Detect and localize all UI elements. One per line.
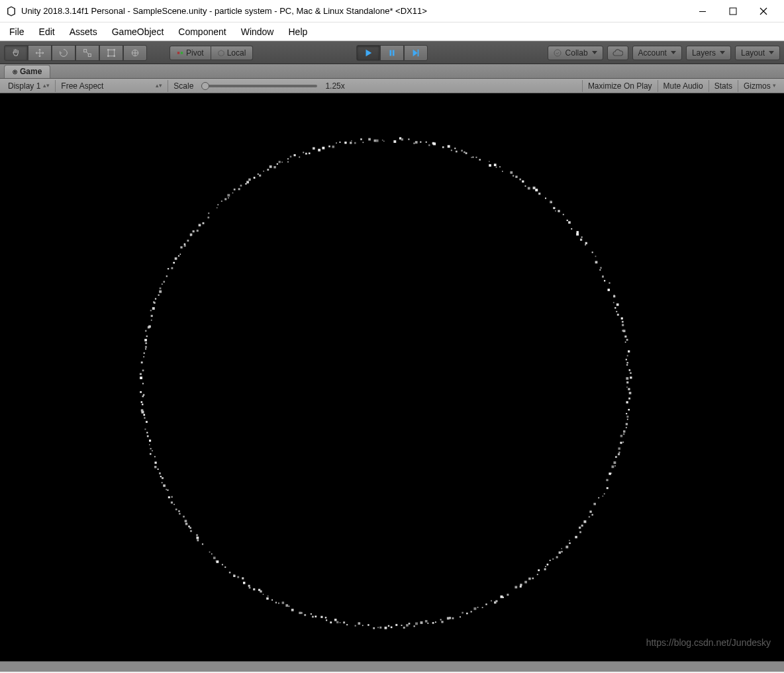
svg-rect-4 <box>108 50 114 56</box>
chevron-down-icon: ▾ <box>773 83 776 89</box>
menu-edit[interactable]: Edit <box>32 24 62 40</box>
hand-tool[interactable] <box>4 45 28 61</box>
updown-icon: ▴▾ <box>43 83 50 89</box>
chevron-down-icon <box>769 51 774 54</box>
svg-point-6 <box>113 49 115 51</box>
menu-file[interactable]: File <box>3 24 31 40</box>
menu-window[interactable]: Window <box>234 24 281 40</box>
svg-rect-3 <box>88 54 91 56</box>
menu-component[interactable]: Component <box>172 24 232 40</box>
svg-rect-13 <box>393 50 395 56</box>
close-button[interactable] <box>748 1 779 22</box>
scale-control: Scale 1.25x <box>168 80 350 92</box>
game-tab-icon: ⍟ <box>13 67 17 76</box>
check-icon <box>554 49 562 57</box>
svg-rect-0 <box>699 11 706 12</box>
svg-rect-10 <box>177 52 179 54</box>
stats-toggle[interactable]: Stats <box>709 80 738 92</box>
cube-icon <box>218 50 224 56</box>
layers-dropdown[interactable]: Layers <box>686 46 731 60</box>
svg-rect-1 <box>730 8 736 15</box>
scale-tool[interactable] <box>75 45 99 61</box>
play-controls <box>356 45 428 61</box>
local-toggle[interactable]: Local <box>211 46 254 60</box>
svg-rect-11 <box>181 52 183 54</box>
slider-thumb[interactable] <box>201 82 209 90</box>
status-bar <box>0 661 784 672</box>
play-button[interactable] <box>356 45 380 61</box>
local-label: Local <box>227 48 246 58</box>
layout-dropdown[interactable]: Layout <box>735 46 780 60</box>
layout-label: Layout <box>741 48 765 58</box>
display-label: Display 1 <box>8 81 40 91</box>
pivot-icon <box>177 50 183 56</box>
maximize-button[interactable] <box>718 1 748 22</box>
svg-point-5 <box>107 49 109 51</box>
gizmos-toggle[interactable]: Gizmos ▾ <box>738 80 781 92</box>
pivot-toggle[interactable]: Pivot <box>170 46 211 60</box>
display-selector[interactable]: Display 1 ▴▾ <box>3 80 56 92</box>
move-tool[interactable] <box>28 45 52 61</box>
mute-audio-toggle[interactable]: Mute Audio <box>658 80 709 92</box>
collab-label: Collab <box>565 48 588 58</box>
aspect-selector[interactable]: Free Aspect ▴▾ <box>56 80 168 92</box>
pivot-local-group: Pivot Local <box>170 46 253 60</box>
particle-render <box>0 93 784 661</box>
menu-assets[interactable]: Assets <box>63 24 104 40</box>
game-view[interactable]: https://blog.csdn.net/Jundesky <box>0 93 784 661</box>
game-tab-label: Game <box>20 67 42 76</box>
rotate-tool[interactable] <box>52 45 75 61</box>
cloud-icon <box>612 49 623 57</box>
menu-help[interactable]: Help <box>281 24 314 40</box>
window-title: Unity 2018.3.14f1 Personal - SampleScene… <box>21 6 687 16</box>
game-view-toolbar: Display 1 ▴▾ Free Aspect ▴▾ Scale 1.25x … <box>0 79 784 93</box>
maximize-on-play-toggle[interactable]: Maximize On Play <box>582 80 658 92</box>
chevron-down-icon <box>671 51 676 54</box>
svg-point-8 <box>113 55 115 57</box>
svg-rect-12 <box>390 50 392 56</box>
minimize-button[interactable] <box>687 1 718 22</box>
transform-tools <box>4 45 147 61</box>
step-button[interactable] <box>404 45 428 61</box>
updown-icon: ▴▾ <box>156 83 162 89</box>
svg-rect-2 <box>84 49 87 52</box>
transform-tool[interactable] <box>123 45 147 61</box>
aspect-label: Free Aspect <box>61 81 103 91</box>
account-dropdown[interactable]: Account <box>632 46 682 60</box>
scale-slider[interactable] <box>201 85 317 87</box>
svg-point-7 <box>107 55 109 57</box>
svg-rect-14 <box>418 49 419 56</box>
scale-value: 1.25x <box>325 81 344 91</box>
main-toolbar: Pivot Local Collab Account Layers Layou <box>0 41 784 64</box>
pivot-label: Pivot <box>186 48 204 58</box>
pause-button[interactable] <box>380 45 404 61</box>
scale-label: Scale <box>173 81 193 91</box>
cloud-button[interactable] <box>607 46 628 60</box>
chevron-down-icon <box>720 51 725 54</box>
unity-logo-icon <box>5 5 17 17</box>
collab-dropdown[interactable]: Collab <box>548 46 603 60</box>
menu-gameobject[interactable]: GameObject <box>105 24 171 40</box>
window-titlebar: Unity 2018.3.14f1 Personal - SampleScene… <box>0 0 784 22</box>
tab-bar: ⍟ Game <box>0 64 784 79</box>
svg-point-15 <box>554 50 561 56</box>
chevron-down-icon <box>592 51 597 54</box>
account-label: Account <box>638 48 667 58</box>
tab-game[interactable]: ⍟ Game <box>4 65 50 78</box>
layers-label: Layers <box>692 48 716 58</box>
menu-bar: File Edit Assets GameObject Component Wi… <box>0 22 784 41</box>
rect-tool[interactable] <box>99 45 123 61</box>
watermark-text: https://blog.csdn.net/Jundesky <box>646 637 771 648</box>
